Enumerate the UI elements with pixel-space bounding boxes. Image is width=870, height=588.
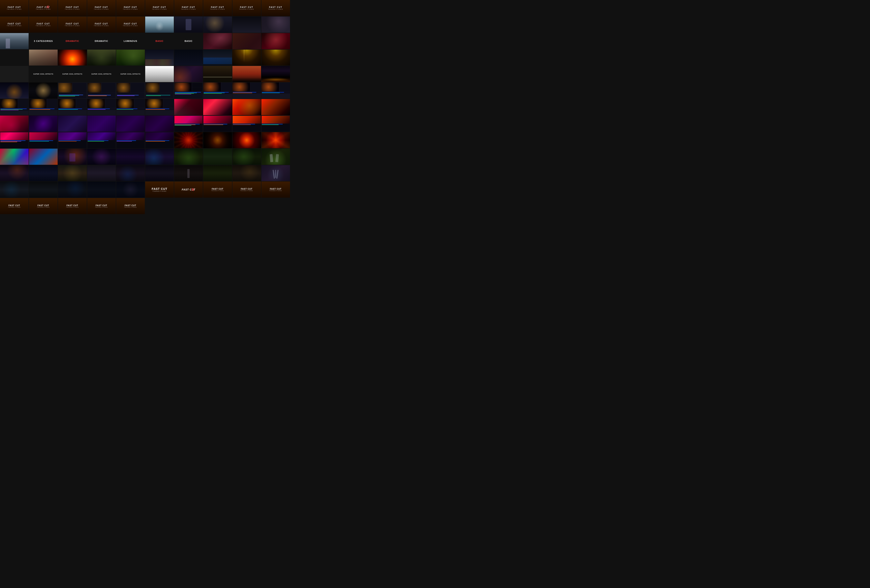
hero-run-4: [145, 165, 174, 181]
photo-couple-2: [232, 33, 261, 49]
color-premiere-7: [58, 132, 86, 148]
title-6-sub: TRANSITIONS: [152, 9, 167, 10]
photo-premiere-ui-3: [116, 82, 145, 98]
superhero-scene-1: [58, 149, 86, 165]
bottom-title-3: FAST CUT TRANSITIONS: [203, 182, 232, 198]
title-card-r2-5: FAST CUT TRANSITIONS: [116, 16, 145, 33]
title-card-9: FAST CUT TRANSITIONS: [232, 0, 261, 16]
luminous-cell: LUMINOUS: [116, 33, 145, 49]
title-card-r2-4: FAST CUT TRANSITIONS: [87, 16, 116, 33]
luminous-label: LUMINOUS: [124, 40, 137, 42]
premiere-screen-1: [174, 82, 203, 98]
effects-cell-1: SUPER COOL EFFECTS: [29, 66, 58, 82]
photo-empty-1: [0, 66, 28, 82]
title-card-r2-1: FAST CUT TRANSITIONS: [0, 16, 28, 33]
title-8-main: FAST CUT: [210, 6, 225, 8]
hero-run-1: [58, 165, 86, 181]
title-7-main: FAST CUT: [181, 6, 196, 8]
photo-night-city-traffic: [261, 66, 290, 82]
glitch-scene-10: [145, 116, 174, 132]
sports-scene-2: [203, 149, 232, 165]
walk-scene-1: [174, 165, 203, 181]
premiere-screen-3: [232, 82, 261, 98]
hero-run-2: [87, 165, 116, 181]
glitch-scene-3: [232, 99, 261, 115]
effects-label-1: SUPER COOL EFFECTS: [33, 73, 53, 75]
premiere-screen-4: [261, 82, 290, 98]
title-9-sub: TRANSITIONS: [239, 9, 254, 10]
photo-lightning-1: [232, 50, 261, 66]
superhero-scene-3: [116, 149, 145, 165]
photo-premiere-ui-2: [87, 82, 116, 98]
photo-runner-1: [174, 16, 203, 33]
title-card-r2-3: FAST CUT TRANSITIONS: [58, 16, 86, 33]
action-run-3: [29, 182, 58, 198]
title-1-sub: TRANSITIONS: [7, 9, 22, 10]
glitch-scene-2: [203, 99, 232, 115]
photo-dramatic-1: [261, 33, 290, 49]
bottom-title-1-main: FAST CUT: [152, 187, 167, 191]
bottom-title-4: FAST CUT TRANSITIONS: [232, 182, 261, 198]
basic-label: BASIC: [185, 40, 192, 42]
glitch-scene-9: [116, 116, 145, 132]
effects-cell-2: SUPER COOL EFFECTS: [58, 66, 86, 82]
title-card-r2-2: FAST CUT TRANSITIONS: [29, 16, 58, 33]
title-10-sub: TRANSITIONS: [268, 9, 283, 10]
color-premiere-9: [116, 132, 145, 148]
title-1-main: FAST CUT: [7, 6, 22, 8]
color-premiere-2: [203, 116, 232, 132]
photo-premiere-ui-4: [145, 82, 174, 98]
basic-red-label: BASIC: [155, 40, 163, 42]
photo-nature: [116, 50, 145, 66]
title-card-8: FAST CUT TRANSITIONS: [203, 0, 232, 16]
title-card-5: FAST CUT TRANSITIONS: [116, 0, 145, 16]
photo-premiere-ui-1: [58, 82, 86, 98]
photo-truck-highway: [203, 66, 232, 82]
title-3-main: FAST CUT: [65, 6, 80, 8]
photo-skyline-1: [203, 50, 232, 66]
color-premiere-10: [145, 132, 174, 148]
photo-couple-1: [203, 33, 232, 49]
title-10-main: FAST CUT: [268, 6, 283, 8]
basic-red-cell: BASIC: [145, 33, 174, 49]
premiere-screen-8: [87, 99, 116, 115]
title-5-main: FAST CUT: [123, 6, 138, 8]
effects-cell-4: SUPER COOL EFFECTS: [116, 66, 145, 82]
zoom-effect-3: [232, 132, 261, 148]
dramatic-cell: DRAMATIC: [87, 33, 116, 49]
superhero-scene-2: [87, 149, 116, 165]
action-run-5: [87, 182, 116, 198]
bottom-title-6: FAST CUT TRANSITIONS: [0, 198, 28, 214]
photo-silhouette-3: [261, 16, 290, 33]
bottom-title-2: FAST CUT N: [174, 182, 203, 198]
photo-white-grad: [145, 66, 174, 82]
effects-cell-3: SUPER COOL EFFECTS: [87, 66, 116, 82]
photo-car-headlights: [29, 82, 58, 98]
glitch-scene-4: [261, 99, 290, 115]
bottom-title-9: FAST CUT TRANSITIONS: [87, 198, 116, 214]
glitch-scene-8: [87, 116, 116, 132]
effects-label-4: SUPER COOL EFFECTS: [121, 73, 140, 75]
zoom-effect-2: [203, 132, 232, 148]
sports-scene-3: [232, 149, 261, 165]
glitch-scene-5: [0, 116, 28, 132]
photo-silhouette-2: [203, 16, 232, 33]
premiere-screen-9: [116, 99, 145, 115]
action-run-6: [116, 182, 145, 198]
zoom-effect-4: [261, 132, 290, 148]
photo-highway-sunset: [232, 66, 261, 82]
color-premiere-8: [87, 132, 116, 148]
action-run-1: [261, 165, 290, 181]
title-7-sub: TRANSITIONS: [181, 9, 196, 10]
color-premiere-3: [232, 116, 261, 132]
title-card-7: FAST CUT TRANSITIONS: [174, 0, 203, 16]
walk-scene-2: [203, 165, 232, 181]
photo-lightning-2: [261, 50, 290, 66]
photo-fire: [58, 50, 86, 66]
glitch-scene-7: [58, 116, 86, 132]
action-run-2: [0, 182, 28, 198]
color-premiere-6: [29, 132, 58, 148]
bottom-title-1: FAST CUT TRANSITIONS: [145, 182, 174, 198]
photo-car-1: [174, 66, 203, 82]
bottom-title-8: FAST CUT TRANSITIONS: [58, 198, 86, 214]
